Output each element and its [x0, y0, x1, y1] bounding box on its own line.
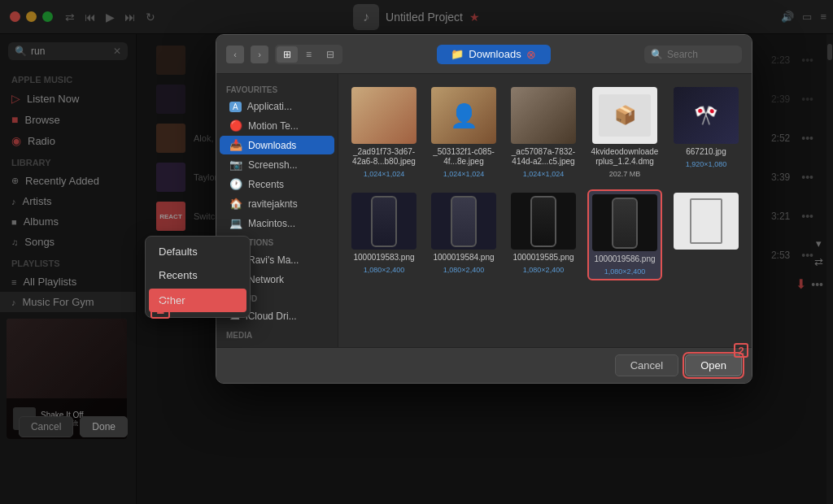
file-meta-4: 202.7 MB [609, 170, 641, 178]
file-meta-8: 1,080×2,400 [443, 266, 484, 274]
finder-item-music[interactable]: ♪ Music [220, 343, 334, 347]
finder-view-selector: ⊞ ≡ ⊟ [275, 45, 342, 64]
file-item-10[interactable]: 1000019586.png 1,080×2,400 [587, 189, 662, 280]
file-meta-10: 1,080×2,400 [604, 267, 645, 276]
finder-cancel-button[interactable]: Cancel [615, 354, 678, 376]
finder-search[interactable]: 🔍 [644, 46, 742, 63]
finder-item-macintosh[interactable]: 💻 Macintos... [220, 214, 334, 232]
file-thumb-1 [351, 87, 416, 144]
file-name-8: 1000019584.png [433, 253, 494, 263]
path-pill[interactable]: 📁 Downloads ⊗ [437, 45, 551, 64]
annotation-label-2: 2 [734, 343, 748, 358]
file-thumb-10 [592, 194, 657, 251]
open-button-wrapper: Open 2 [685, 354, 742, 376]
view-grid-button[interactable]: ⊞ [277, 46, 298, 63]
file-thumb-5: 🎌 [674, 87, 739, 144]
finder-item-motion[interactable]: 🔴 Motion Te... [220, 116, 334, 135]
file-name-4: 4kvideodownloaderplus_1.2.4.dmg [591, 147, 659, 167]
finder-body: Favourites A Applicati... 🔴 Motion Te...… [216, 74, 752, 347]
finder-toolbar: ‹ › ⊞ ≡ ⊟ 📁 Downloads ⊗ 🔍 [216, 35, 752, 74]
finder-path: 📁 Downloads ⊗ [349, 45, 638, 64]
files-grid: _2ad91f73-3d67-42a6-8...b80.jpeg 1,024×1… [348, 84, 742, 280]
finder-item-downloads[interactable]: 📥 Downloads [220, 136, 334, 154]
file-thumb-4: 📦 [592, 87, 657, 144]
file-item-8[interactable]: 1000019584.png 1,080×2,400 [428, 189, 499, 280]
finder-bottom: Cancel Open 2 [216, 347, 752, 383]
finder-label-network: Network [248, 274, 284, 285]
view-columns-button[interactable]: ⊟ [320, 46, 341, 63]
annotation-label-1: 1 [150, 299, 170, 319]
path-arrow-icon: ⊗ [526, 48, 536, 61]
main-layout: 🔍 run ✕ Apple Music ▷ Listen Now ■ Brows… [0, 34, 833, 504]
downloads-folder-icon: 📁 [451, 48, 464, 60]
file-name-5: 667210.jpg [686, 147, 726, 157]
file-item-1[interactable]: _2ad91f73-3d67-42a6-8...b80.jpeg 1,024×1… [348, 84, 420, 181]
finder-label-recents: Recents [248, 179, 284, 190]
finder-dialog: ‹ › ⊞ ≡ ⊟ 📁 Downloads ⊗ 🔍 [216, 34, 752, 384]
file-item-12[interactable]: 2 [750, 189, 752, 280]
file-name-9: 1000019585.png [512, 253, 574, 263]
file-meta-5: 1,920×1,080 [686, 160, 726, 168]
file-item-11[interactable] [670, 189, 742, 280]
downloads-icon: 📥 [229, 139, 242, 151]
file-item-3[interactable]: _ac57087a-7832-414d-a2...c5.jpeg 1,024×1… [508, 84, 579, 181]
finder-search-icon: 🔍 [651, 49, 663, 60]
file-name-2: _503132f1-c085-4f...8e.jpeg [431, 147, 496, 167]
finder-item-home[interactable]: 🏠 ravitejaknts [220, 194, 334, 213]
file-meta-7: 1,080×2,400 [364, 266, 404, 274]
music-media-icon: ♪ [229, 346, 235, 347]
finder-section-media: Media [216, 326, 338, 342]
file-meta-9: 1,080×2,400 [523, 266, 564, 274]
macintosh-icon: 💻 [229, 217, 242, 229]
finder-label-ravis-mac: Ravi's Ma... [248, 254, 299, 266]
finder-label-macintosh: Macintos... [248, 218, 295, 229]
file-meta-2: 1,024×1,024 [443, 170, 484, 178]
file-item-5[interactable]: 🎌 667210.jpg 1,920×1,080 [670, 84, 742, 181]
file-name-1: _2ad91f73-3d67-42a6-8...b80.jpeg [351, 147, 416, 167]
file-thumb-2: 👤 [431, 87, 496, 144]
finder-section-favourites: Favourites [216, 80, 338, 97]
motion-icon: 🔴 [229, 119, 242, 132]
file-item-7[interactable]: 1000019583.png 1,080×2,400 [348, 189, 420, 280]
file-item-6[interactable]: 1328052.png 2,184×1,224 [750, 84, 752, 181]
screenshots-icon: 📷 [229, 159, 242, 171]
finder-label-applications: Applicati... [247, 101, 292, 112]
finder-open-button[interactable]: Open [685, 354, 742, 376]
file-item-9[interactable]: 1000019585.png 1,080×2,400 [508, 189, 579, 280]
context-item-recents[interactable]: Recents [146, 263, 250, 287]
file-name-10: 1000019586.png [594, 254, 655, 264]
file-thumb-7 [351, 193, 416, 250]
file-name-7: 1000019583.png [353, 253, 414, 263]
finder-item-recents[interactable]: 🕐 Recents [220, 175, 334, 193]
file-meta-3: 1,024×1,024 [523, 170, 564, 178]
file-name-3: _ac57087a-7832-414d-a2...c5.jpeg [511, 147, 576, 167]
path-label: Downloads [469, 48, 521, 60]
finder-label-icloud: iCloud Dri... [246, 311, 297, 322]
finder-label-screenshots: Screensh... [248, 159, 298, 171]
finder-forward-button[interactable]: › [251, 46, 268, 63]
file-thumb-8 [431, 193, 496, 250]
finder-search-input[interactable] [667, 49, 732, 60]
finder-label-motion: Motion Te... [248, 120, 299, 132]
file-item-4[interactable]: 📦 4kvideodownloaderplus_1.2.4.dmg 202.7 … [587, 84, 662, 181]
finder-item-screenshots[interactable]: 📷 Screensh... [220, 155, 334, 174]
finder-label-downloads: Downloads [248, 140, 296, 151]
file-thumb-3 [511, 87, 576, 144]
home-icon: 🏠 [229, 198, 242, 210]
finder-label-home: ravitejaknts [248, 198, 298, 210]
file-meta-1: 1,024×1,024 [364, 170, 404, 178]
recents-icon: 🕐 [229, 178, 242, 190]
file-thumb-11 [674, 193, 739, 250]
applications-icon: A [229, 102, 242, 112]
finder-label-music: Music [241, 347, 266, 348]
context-item-defaults[interactable]: Defaults [146, 240, 250, 263]
file-thumb-9 [511, 193, 576, 250]
finder-files: _2ad91f73-3d67-42a6-8...b80.jpeg 1,024×1… [338, 74, 752, 347]
finder-item-applications[interactable]: A Applicati... [220, 98, 334, 115]
file-item-2[interactable]: 👤 _503132f1-c085-4f...8e.jpeg 1,024×1,02… [428, 84, 499, 181]
finder-back-button[interactable]: ‹ [226, 46, 244, 63]
view-list-button[interactable]: ≡ [299, 46, 318, 63]
